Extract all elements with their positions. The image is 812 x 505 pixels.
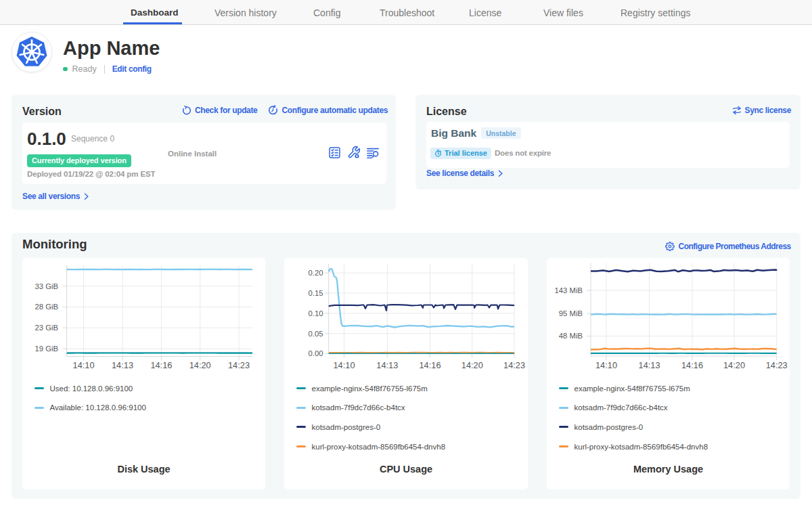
svg-text:19 GiB: 19 GiB xyxy=(35,345,58,353)
svg-text:0.05: 0.05 xyxy=(309,330,323,338)
svg-text:28 GiB: 28 GiB xyxy=(35,303,58,311)
svg-text:33 GiB: 33 GiB xyxy=(35,282,58,290)
svg-text:23 GiB: 23 GiB xyxy=(35,324,58,332)
svg-text:95 MiB: 95 MiB xyxy=(559,309,583,317)
svg-text:48 MiB: 48 MiB xyxy=(559,332,583,340)
svg-text:0.00: 0.00 xyxy=(309,349,323,357)
svg-text:14:16: 14:16 xyxy=(419,360,441,370)
svg-text:14:16: 14:16 xyxy=(150,360,172,370)
svg-text:14:16: 14:16 xyxy=(681,360,703,370)
svg-text:143 MiB: 143 MiB xyxy=(555,286,583,294)
svg-text:0.10: 0.10 xyxy=(309,309,323,317)
svg-text:14:20: 14:20 xyxy=(723,360,745,370)
svg-text:14:13: 14:13 xyxy=(639,360,660,370)
svg-text:14:10: 14:10 xyxy=(73,360,95,370)
svg-text:14:13: 14:13 xyxy=(376,360,398,370)
svg-text:14:23: 14:23 xyxy=(766,360,788,370)
svg-text:0.20: 0.20 xyxy=(309,269,323,277)
svg-text:14:10: 14:10 xyxy=(333,360,355,370)
svg-text:14:20: 14:20 xyxy=(461,360,483,370)
svg-text:14:20: 14:20 xyxy=(189,360,211,370)
svg-text:14:23: 14:23 xyxy=(503,360,525,370)
svg-text:0.15: 0.15 xyxy=(309,289,323,297)
svg-text:14:23: 14:23 xyxy=(228,360,250,370)
svg-text:14:13: 14:13 xyxy=(112,360,133,370)
svg-text:14:10: 14:10 xyxy=(595,360,617,370)
